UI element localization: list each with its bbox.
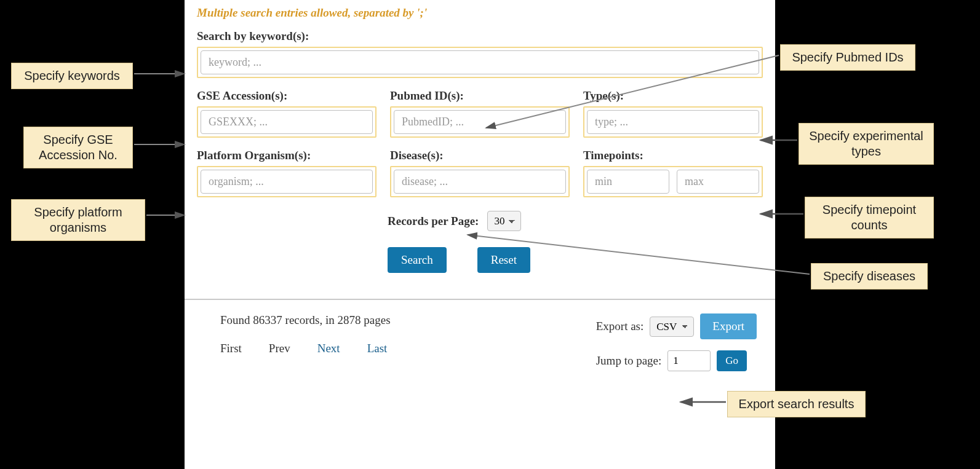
rpp-label: Records per Page: [388,215,479,228]
pager-first: First [220,342,242,355]
results-area: Found 86337 records, in 2878 pages First… [185,300,775,371]
disease-wrap [390,166,570,197]
callout-pubmed: Specify Pubmed IDs [780,44,915,71]
timepoints-label: Timepoints: [583,149,763,162]
keyword-label: Search by keyword(s): [197,30,763,43]
pubmed-label: Pubmed ID(s): [390,89,570,103]
type-label: Type(s): [583,89,763,103]
organism-input[interactable] [201,170,373,194]
disease-label: Disease(s): [390,149,570,162]
disease-input[interactable] [394,170,566,194]
reset-button[interactable]: Reset [477,247,530,273]
callout-diseases: Specify diseases [811,263,928,290]
go-button[interactable]: Go [717,350,747,371]
hint-text: Multiple search entries allowed, separat… [197,6,763,20]
timepoints-min-input[interactable] [587,170,669,194]
callout-gse: Specify GSE Accession No. [23,127,133,168]
search-button[interactable]: Search [388,247,447,273]
pubmed-wrap [390,106,570,138]
rpp-select[interactable]: 30 [487,211,521,231]
export-button[interactable]: Export [700,313,757,339]
pubmed-input[interactable] [394,110,566,134]
timepoints-wrap [583,166,763,197]
gse-label: GSE Accession(s): [197,89,376,103]
jump-label: Jump to page: [596,354,662,368]
callout-organisms: Specify platform organisms [11,199,145,241]
jump-page-input[interactable] [667,350,711,371]
callout-keywords: Specify keywords [11,63,133,89]
export-label: Export as: [596,320,644,333]
search-form: Multiple search entries allowed, separat… [185,0,775,284]
type-wrap [583,106,763,138]
pager-next[interactable]: Next [317,342,340,355]
callout-types: Specify experimental types [799,123,934,165]
timepoints-max-input[interactable] [677,170,759,194]
pager-prev: Prev [269,342,290,355]
export-format-select[interactable]: CSV [650,317,694,337]
results-status: Found 86337 records, in 2878 pages [220,313,596,327]
organism-wrap [197,166,376,197]
gse-wrap [197,106,376,138]
type-input[interactable] [587,110,759,134]
pager-last[interactable]: Last [367,342,388,355]
search-panel: Multiple search entries allowed, separat… [185,0,775,469]
keyword-wrap [197,47,763,78]
keyword-input[interactable] [201,50,759,74]
pager: First Prev Next Last [220,342,596,355]
callout-timepoints: Specify timepoint counts [805,197,934,238]
callout-export: Export search results [727,391,866,417]
gse-input[interactable] [201,110,373,134]
organism-label: Platform Organism(s): [197,149,376,162]
